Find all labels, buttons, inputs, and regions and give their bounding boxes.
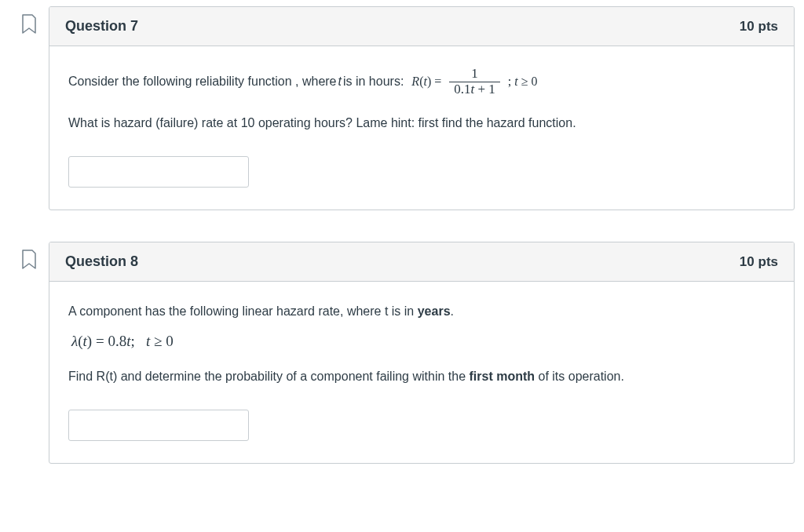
question-title: Question 8 bbox=[65, 253, 138, 270]
formula-part: λ bbox=[71, 333, 78, 349]
formula-part: ) bbox=[427, 72, 431, 91]
numerator: 1 bbox=[466, 67, 483, 82]
question-title: Question 7 bbox=[65, 18, 138, 35]
denominator: 0.1t + 1 bbox=[449, 82, 500, 97]
formula: λ(t) = 0.8t; t ≥ 0 bbox=[71, 330, 775, 353]
formula-part: R bbox=[411, 72, 419, 91]
formula-part: ≥ 0 bbox=[150, 333, 173, 349]
question-prompt: A component has the following linear haz… bbox=[68, 302, 775, 321]
formula-part: ≥ 0 bbox=[518, 75, 538, 88]
question-wrapper: Question 7 10 pts Consider the following… bbox=[9, 6, 795, 210]
bookmark-outline-icon bbox=[21, 250, 37, 270]
prompt-text: Consider the following reliability funct… bbox=[68, 72, 337, 91]
prompt-text-bold: years bbox=[418, 304, 451, 318]
prompt-text-italic: t bbox=[338, 72, 342, 91]
question-prompt: Consider the following reliability funct… bbox=[68, 67, 775, 97]
question-icon-col bbox=[9, 6, 49, 35]
prompt-text: of its operation. bbox=[535, 370, 624, 383]
question-points: 10 pts bbox=[740, 254, 778, 270]
question-header: Question 8 10 pts bbox=[49, 242, 794, 282]
formula-part: 0.8 bbox=[108, 333, 126, 349]
question-card: Question 8 10 pts A component has the fo… bbox=[49, 242, 795, 464]
formula-part: 0.1 bbox=[454, 82, 470, 97]
bookmark-outline-icon bbox=[21, 14, 37, 35]
question-prompt: What is hazard (failure) rate at 10 oper… bbox=[68, 114, 775, 133]
formula-part: = bbox=[92, 333, 108, 349]
question-body: Consider the following reliability funct… bbox=[49, 46, 794, 210]
question-prompt: Find R(t) and determine the probability … bbox=[68, 367, 775, 386]
question-wrapper: Question 8 10 pts A component has the fo… bbox=[9, 242, 795, 464]
formula-part: = bbox=[434, 72, 441, 91]
answer-input[interactable] bbox=[68, 410, 249, 441]
prompt-text: A component has the following linear haz… bbox=[68, 304, 418, 318]
answer-input[interactable] bbox=[68, 156, 249, 188]
question-points: 10 pts bbox=[740, 19, 778, 35]
prompt-text: . bbox=[451, 304, 454, 318]
fraction: 1 0.1t + 1 bbox=[449, 67, 500, 97]
prompt-text: Find R(t) and determine the probability … bbox=[68, 370, 470, 383]
formula-part: ; bbox=[130, 333, 146, 349]
formula-part: + 1 bbox=[474, 82, 495, 97]
prompt-text-bold: first month bbox=[470, 370, 535, 383]
question-body: A component has the following linear haz… bbox=[49, 282, 794, 463]
question-card: Question 7 10 pts Consider the following… bbox=[49, 6, 795, 210]
formula: R ( t ) = 1 0.1t + 1 ; t ≥ 0 bbox=[411, 67, 537, 97]
condition: ; t ≥ 0 bbox=[508, 72, 538, 91]
question-header: Question 7 10 pts bbox=[49, 7, 794, 46]
prompt-text: is in hours: bbox=[343, 72, 404, 91]
question-icon-col bbox=[9, 242, 49, 270]
